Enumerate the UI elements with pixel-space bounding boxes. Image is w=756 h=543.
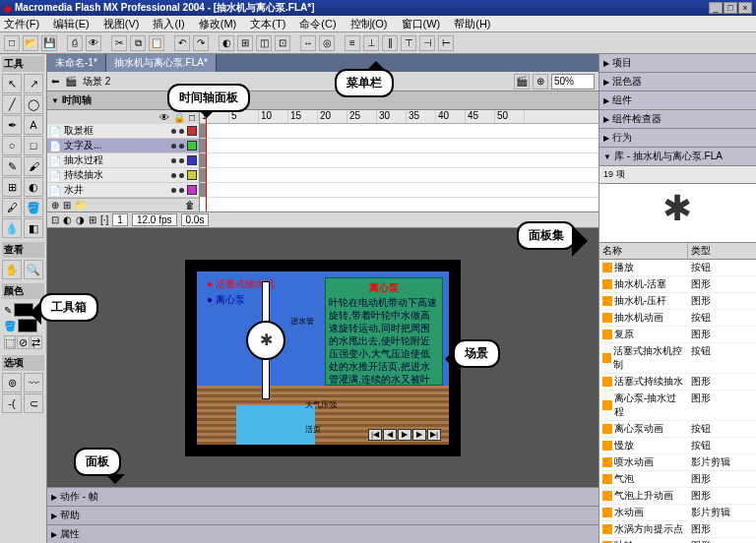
- layer-row[interactable]: 📄取景框: [47, 124, 199, 139]
- preview-button[interactable]: 👁: [86, 35, 101, 51]
- center-frame-button[interactable]: ⊡: [51, 214, 59, 225]
- library-item[interactable]: 水动画影片剪辑: [599, 505, 756, 521]
- library-item[interactable]: 抽水机-活塞图形: [599, 276, 756, 293]
- properties-panel[interactable]: 属性: [47, 524, 598, 543]
- add-guide-button[interactable]: ⊞: [63, 200, 71, 211]
- project-panel[interactable]: 项目: [599, 54, 756, 73]
- library-item[interactable]: 活塞式持续抽水图形: [599, 374, 756, 391]
- tool-e[interactable]: ↔: [300, 35, 316, 51]
- menu-window[interactable]: 窗口(W): [402, 17, 441, 31]
- pen-tool[interactable]: ✒: [2, 115, 22, 135]
- opt-a[interactable]: -(: [2, 393, 22, 413]
- lasso-tool[interactable]: ◯: [24, 94, 43, 114]
- library-item[interactable]: 水涡方向提示点图形: [599, 521, 756, 538]
- menu-modify[interactable]: 修改(M): [199, 17, 237, 31]
- maximize-button[interactable]: □: [724, 2, 737, 14]
- scene-label[interactable]: 场景 2: [83, 75, 110, 89]
- menu-commands[interactable]: 命令(C): [299, 17, 336, 31]
- library-item[interactable]: 复原图形: [599, 327, 756, 343]
- opt-b[interactable]: ⊂: [24, 393, 43, 413]
- behavior-panel[interactable]: 行为: [599, 129, 756, 148]
- onion-button[interactable]: ◐: [63, 214, 72, 225]
- layer-row[interactable]: 📄持续抽水: [47, 168, 199, 183]
- tool-l[interactable]: ⊢: [438, 35, 454, 51]
- menu-edit[interactable]: 编辑(E): [53, 17, 90, 31]
- add-folder-button[interactable]: 📁: [75, 200, 87, 211]
- tool-i[interactable]: ‖: [382, 35, 398, 51]
- last-frame-button[interactable]: ▶|: [427, 429, 441, 441]
- save-button[interactable]: 💾: [41, 35, 57, 51]
- next-frame-button[interactable]: ▶: [412, 429, 426, 441]
- library-item[interactable]: 喷水动画影片剪辑: [599, 454, 756, 471]
- library-list[interactable]: 播放按钮抽水机-活塞图形抽水机-压杆图形抽水机动画按钮复原图形活塞式抽水机控制按…: [599, 260, 756, 543]
- text-tool[interactable]: A: [24, 115, 43, 135]
- library-panel-header[interactable]: 库 - 抽水机与离心泵.FLA: [599, 148, 756, 166]
- first-frame-button[interactable]: |◀: [368, 429, 382, 441]
- fill-transform-tool[interactable]: ◐: [24, 177, 43, 197]
- menu-help[interactable]: 帮助(H): [454, 17, 490, 31]
- tool-d[interactable]: ⊡: [275, 35, 290, 51]
- stage[interactable]: ● 活塞式抽水机 ● 离心泵 离心泵 叶轮在电动机带动下高速旋转,带着叶轮中水做…: [47, 228, 598, 487]
- help-panel[interactable]: 帮助: [47, 506, 598, 524]
- minimize-button[interactable]: _: [709, 2, 723, 14]
- play-button[interactable]: ▶: [398, 429, 411, 441]
- new-button[interactable]: □: [4, 35, 20, 51]
- tool-f[interactable]: ◎: [319, 35, 335, 51]
- edit-multi-button[interactable]: ⊞: [89, 214, 96, 225]
- paste-button[interactable]: 📋: [149, 35, 164, 51]
- lib-col-type[interactable]: 类型: [688, 243, 714, 259]
- transform-tool[interactable]: ⊞: [2, 177, 22, 197]
- lib-col-name[interactable]: 名称: [599, 243, 688, 259]
- eye-icon[interactable]: 👁: [159, 112, 169, 123]
- menu-control[interactable]: 控制(O): [350, 17, 388, 31]
- lock-icon[interactable]: 🔒: [173, 112, 185, 123]
- menu-insert[interactable]: 插入(I): [153, 17, 184, 31]
- delete-layer-button[interactable]: 🗑: [185, 200, 195, 211]
- ink-tool[interactable]: 🖋: [2, 198, 22, 217]
- eraser-tool[interactable]: ◧: [24, 218, 43, 238]
- mixer-panel[interactable]: 混色器: [599, 73, 756, 91]
- oval-tool[interactable]: ○: [2, 136, 22, 155]
- inspector-panel[interactable]: 组件检查器: [599, 110, 756, 129]
- subselection-tool[interactable]: ↗: [24, 74, 43, 93]
- edit-symbol-button[interactable]: ⊕: [533, 74, 548, 90]
- default-color[interactable]: ⇄: [31, 335, 42, 349]
- print-button[interactable]: ⎙: [67, 35, 83, 51]
- canvas[interactable]: ● 活塞式抽水机 ● 离心泵 离心泵 叶轮在电动机带动下高速旋转,带着叶轮中水做…: [185, 260, 461, 456]
- library-item[interactable]: 气泡上升动画图形: [599, 488, 756, 505]
- library-item[interactable]: 离心泵-抽水过程图形: [599, 391, 756, 421]
- back-icon[interactable]: ⬅: [51, 76, 59, 87]
- tool-k[interactable]: ⊣: [419, 35, 435, 51]
- tool-c[interactable]: ◫: [256, 35, 272, 51]
- edit-scene-button[interactable]: 🎬: [514, 74, 530, 90]
- library-item[interactable]: 抽水机-压杆图形: [599, 293, 756, 310]
- library-item[interactable]: 离心泵动画按钮: [599, 421, 756, 438]
- tool-h[interactable]: ⊥: [363, 35, 379, 51]
- line-tool[interactable]: ╱: [2, 94, 22, 114]
- tool-g[interactable]: ≡: [345, 35, 360, 51]
- brush-tool[interactable]: 🖌: [24, 156, 43, 176]
- zoom-tool[interactable]: 🔍: [24, 260, 43, 279]
- menu-text[interactable]: 文本(T): [250, 17, 285, 31]
- library-item[interactable]: 活塞式抽水机控制按钮: [599, 343, 756, 374]
- smooth-tool[interactable]: 〰: [24, 373, 43, 392]
- tool-j[interactable]: ⊤: [401, 35, 416, 51]
- prev-frame-button[interactable]: ◀: [383, 429, 397, 441]
- layer-row[interactable]: 📄抽水过程: [47, 153, 199, 168]
- tool-b[interactable]: ⊞: [237, 35, 253, 51]
- hand-tool[interactable]: ✋: [2, 260, 22, 279]
- library-item[interactable]: 气泡图形: [599, 471, 756, 488]
- close-button[interactable]: ×: [738, 2, 752, 14]
- copy-button[interactable]: ⧉: [130, 35, 146, 51]
- swap-color[interactable]: ⬚: [4, 335, 16, 349]
- redo-button[interactable]: ↷: [193, 35, 209, 51]
- doc-tab-2[interactable]: 抽水机与离心泵.FLA*: [106, 54, 217, 72]
- selection-tool[interactable]: ↖: [2, 74, 22, 93]
- outline-icon[interactable]: □: [189, 112, 195, 123]
- zoom-select[interactable]: [551, 74, 595, 90]
- rect-tool[interactable]: □: [24, 136, 43, 155]
- layer-row[interactable]: 📄水井: [47, 183, 199, 198]
- library-item[interactable]: 叶轮图形: [599, 538, 756, 543]
- frame-column[interactable]: 15101520253035404550: [200, 110, 598, 211]
- onion-outline-button[interactable]: ◑: [76, 214, 85, 225]
